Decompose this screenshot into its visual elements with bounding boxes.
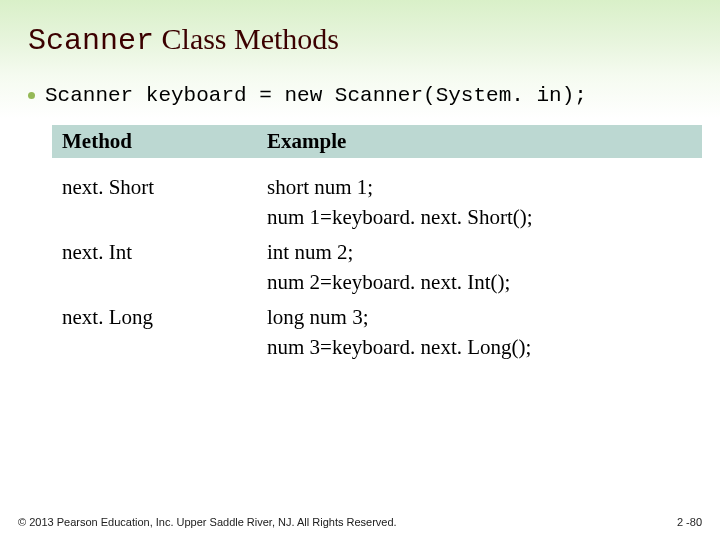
copyright-text: © 2013 Pearson Education, Inc. Upper Sad… xyxy=(18,516,397,528)
table-header-row: Method Example xyxy=(52,125,702,158)
table-row: next. Long long num 3; num 3=keyboard. n… xyxy=(52,300,702,365)
table-row: next. Short short num 1; num 1=keyboard.… xyxy=(52,170,702,235)
cell-method: next. Int xyxy=(52,235,257,300)
example-line: num 3=keyboard. next. Long(); xyxy=(267,335,531,359)
example-line: num 1=keyboard. next. Short(); xyxy=(267,205,533,229)
methods-table: Method Example next. Short short num 1; … xyxy=(52,125,702,365)
example-line: int num 2; xyxy=(267,240,353,264)
example-line: short num 1; xyxy=(267,175,373,199)
cell-method: next. Short xyxy=(52,170,257,235)
bullet-icon xyxy=(28,92,35,99)
title-rest: Class Methods xyxy=(154,22,339,55)
cell-example: int num 2; num 2=keyboard. next. Int(); xyxy=(257,235,702,300)
spacer xyxy=(52,158,702,170)
slide: Scanner Class Methods Scanner keyboard =… xyxy=(0,0,720,540)
example-line: num 2=keyboard. next. Int(); xyxy=(267,270,510,294)
header-method: Method xyxy=(52,125,257,158)
example-line: long num 3; xyxy=(267,305,369,329)
footer: © 2013 Pearson Education, Inc. Upper Sad… xyxy=(18,516,702,528)
cell-method: next. Long xyxy=(52,300,257,365)
page-number: 2 -80 xyxy=(677,516,702,528)
slide-title: Scanner Class Methods xyxy=(28,22,692,58)
header-example: Example xyxy=(257,125,702,158)
table-row: next. Int int num 2; num 2=keyboard. nex… xyxy=(52,235,702,300)
cell-example: short num 1; num 1=keyboard. next. Short… xyxy=(257,170,702,235)
title-mono: Scanner xyxy=(28,24,154,58)
bullet-text: Scanner keyboard = new Scanner(System. i… xyxy=(45,84,587,107)
bullet-line: Scanner keyboard = new Scanner(System. i… xyxy=(28,84,692,107)
cell-example: long num 3; num 3=keyboard. next. Long()… xyxy=(257,300,702,365)
